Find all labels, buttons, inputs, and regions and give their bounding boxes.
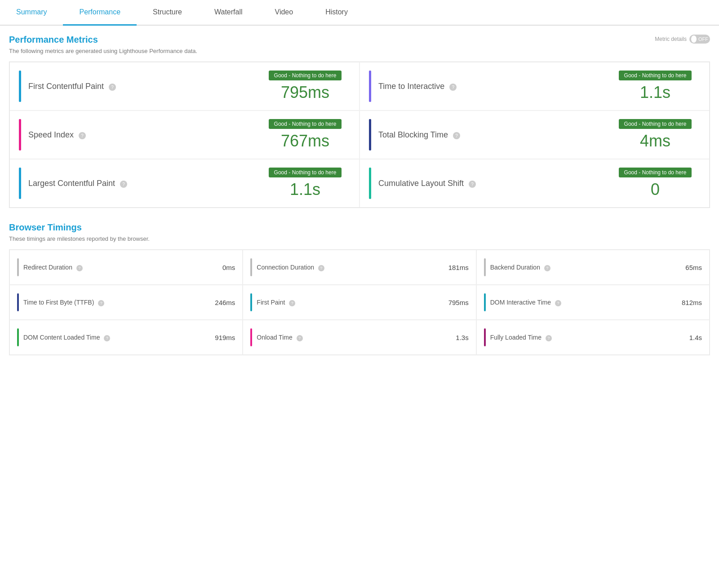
metric-details-label: Metric details	[655, 36, 687, 42]
timing-name-onload: Onload Time ?	[257, 334, 451, 341]
metric-result-fcp: Good - Nothing to do here795ms	[260, 71, 350, 102]
timing-help-backend[interactable]: ?	[544, 265, 550, 271]
timing-cell-fully_loaded: Fully Loaded Time ?1.4s	[476, 320, 710, 355]
timing-value-dom_content_loaded: 919ms	[215, 334, 235, 341]
metric-badge-tti: Good - Nothing to do here	[619, 71, 692, 80]
timing-help-redirect[interactable]: ?	[76, 265, 83, 271]
metric-cell-tti: Time to Interactive ?Good - Nothing to d…	[360, 62, 710, 111]
metric-result-lcp: Good - Nothing to do here1.1s	[260, 168, 350, 199]
metric-badge-cls: Good - Nothing to do here	[619, 168, 692, 177]
metric-name-cls: Cumulative Layout Shift ?	[378, 179, 603, 188]
timing-value-ttfb: 246ms	[215, 299, 235, 306]
metric-value-tbt: 4ms	[640, 132, 670, 150]
timing-value-backend: 65ms	[685, 264, 702, 271]
metric-name-fcp: First Contentful Paint ?	[28, 82, 253, 91]
timing-value-fp: 795ms	[448, 299, 469, 306]
metric-badge-lcp: Good - Nothing to do here	[269, 168, 342, 177]
timing-name-ttfb: Time to First Byte (TTFB) ?	[23, 299, 210, 306]
metric-bar-si	[19, 119, 21, 150]
metric-bar-cls	[369, 168, 371, 199]
timing-help-fp[interactable]: ?	[289, 300, 295, 306]
timing-value-fully_loaded: 1.4s	[689, 334, 702, 341]
timing-bar-dom_interactive	[484, 293, 486, 311]
timing-cell-fp: First Paint ?795ms	[243, 285, 476, 320]
metric-cell-si: Speed Index ?Good - Nothing to do here76…	[9, 111, 360, 159]
metric-help-lcp[interactable]: ?	[120, 181, 127, 188]
timing-cell-dom_content_loaded: DOM Content Loaded Time ?919ms	[9, 320, 243, 355]
metric-cell-tbt: Total Blocking Time ?Good - Nothing to d…	[360, 111, 710, 159]
timing-bar-backend	[484, 258, 486, 276]
tab-video[interactable]: Video	[259, 0, 310, 26]
timing-bar-fully_loaded	[484, 328, 486, 346]
metric-help-tti[interactable]: ?	[449, 84, 457, 91]
timings-grid: Redirect Duration ?0msConnection Duratio…	[9, 249, 710, 355]
metric-name-lcp: Largest Contentful Paint ?	[28, 179, 253, 188]
metric-cell-cls: Cumulative Layout Shift ?Good - Nothing …	[360, 159, 710, 208]
timing-help-fully_loaded[interactable]: ?	[546, 335, 552, 341]
metric-bar-fcp	[19, 71, 21, 102]
metric-value-tti: 1.1s	[640, 83, 670, 102]
metrics-grid: First Contentful Paint ?Good - Nothing t…	[9, 62, 710, 208]
metric-help-tbt[interactable]: ?	[453, 132, 460, 139]
tab-structure[interactable]: Structure	[137, 0, 198, 26]
timing-bar-fp	[250, 293, 252, 311]
tabs-bar: SummaryPerformanceStructureWaterfallVide…	[0, 0, 719, 26]
metric-bar-tti	[369, 71, 371, 102]
metric-badge-fcp: Good - Nothing to do here	[269, 71, 342, 80]
metric-result-cls: Good - Nothing to do here0	[610, 168, 700, 199]
timing-help-connection[interactable]: ?	[318, 265, 324, 271]
metric-details-toggle-row: Metric details OFF	[655, 35, 710, 44]
metric-name-tbt: Total Blocking Time ?	[378, 130, 603, 140]
metric-result-tti: Good - Nothing to do here1.1s	[610, 71, 700, 102]
timing-name-redirect: Redirect Duration ?	[23, 264, 218, 271]
timing-cell-onload: Onload Time ?1.3s	[243, 320, 476, 355]
performance-metrics-subtitle: The following metrics are generated usin…	[9, 48, 197, 54]
metric-cell-fcp: First Contentful Paint ?Good - Nothing t…	[9, 62, 360, 111]
timing-bar-redirect	[17, 258, 19, 276]
metric-result-tbt: Good - Nothing to do here4ms	[610, 119, 700, 150]
metric-value-si: 767ms	[281, 132, 329, 150]
tab-history[interactable]: History	[309, 0, 364, 26]
tab-performance[interactable]: Performance	[63, 0, 137, 26]
timing-help-dom_content_loaded[interactable]: ?	[104, 335, 110, 341]
timing-name-backend: Backend Duration ?	[490, 264, 681, 271]
timing-cell-backend: Backend Duration ?65ms	[476, 250, 710, 285]
metric-cell-lcp: Largest Contentful Paint ?Good - Nothing…	[9, 159, 360, 208]
timing-name-fp: First Paint ?	[257, 299, 444, 306]
timing-help-dom_interactive[interactable]: ?	[555, 300, 561, 306]
browser-timings-subtitle: These timings are milestones reported by…	[9, 235, 710, 242]
timing-cell-redirect: Redirect Duration ?0ms	[9, 250, 243, 285]
timing-bar-dom_content_loaded	[17, 328, 19, 346]
metric-bar-tbt	[369, 119, 371, 150]
metric-badge-si: Good - Nothing to do here	[269, 119, 342, 129]
metric-help-si[interactable]: ?	[79, 132, 86, 139]
timing-cell-connection: Connection Duration ?181ms	[243, 250, 476, 285]
metric-details-toggle[interactable]: OFF	[689, 35, 710, 44]
timing-value-redirect: 0ms	[222, 264, 235, 271]
tab-waterfall[interactable]: Waterfall	[198, 0, 259, 26]
metric-help-cls[interactable]: ?	[469, 181, 476, 188]
timing-value-dom_interactive: 812ms	[682, 299, 702, 306]
timing-name-dom_content_loaded: DOM Content Loaded Time ?	[23, 334, 210, 341]
metric-name-si: Speed Index ?	[28, 130, 253, 140]
timing-name-fully_loaded: Fully Loaded Time ?	[490, 334, 685, 341]
timing-cell-dom_interactive: DOM Interactive Time ?812ms	[476, 285, 710, 320]
timing-name-dom_interactive: DOM Interactive Time ?	[490, 299, 677, 306]
metric-badge-tbt: Good - Nothing to do here	[619, 119, 692, 129]
timing-value-connection: 181ms	[448, 264, 469, 271]
metric-help-fcp[interactable]: ?	[109, 84, 116, 91]
metric-name-tti: Time to Interactive ?	[378, 82, 603, 91]
toggle-off-label: OFF	[698, 36, 708, 42]
timing-name-connection: Connection Duration ?	[257, 264, 444, 271]
timing-value-onload: 1.3s	[456, 334, 468, 341]
browser-timings-title: Browser Timings	[9, 222, 710, 233]
metric-bar-lcp	[19, 168, 21, 199]
timing-help-onload[interactable]: ?	[297, 335, 303, 341]
timing-bar-ttfb	[17, 293, 19, 311]
timing-cell-ttfb: Time to First Byte (TTFB) ?246ms	[9, 285, 243, 320]
metric-result-si: Good - Nothing to do here767ms	[260, 119, 350, 150]
timing-help-ttfb[interactable]: ?	[98, 300, 104, 306]
timing-bar-onload	[250, 328, 252, 346]
performance-metrics-title: Performance Metrics	[9, 35, 197, 45]
tab-summary[interactable]: Summary	[0, 0, 63, 26]
